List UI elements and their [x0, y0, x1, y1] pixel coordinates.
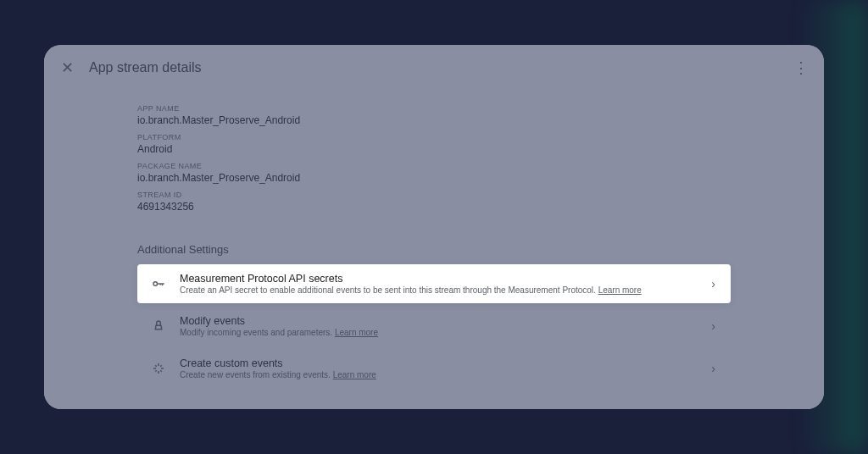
- app-name-value: io.branch.Master_Proserve_Android: [137, 114, 731, 126]
- package-name-label: PACKAGE NAME: [137, 162, 731, 170]
- row-text: Create custom events Create new events f…: [180, 357, 708, 379]
- learn-more-link[interactable]: Learn more: [335, 328, 378, 337]
- row-subtitle: Create an API secret to enable additiona…: [180, 285, 708, 295]
- learn-more-link[interactable]: Learn more: [598, 285, 642, 295]
- row-text: Measurement Protocol API secrets Create …: [180, 273, 708, 295]
- chevron-right-icon: ›: [708, 362, 719, 375]
- close-icon[interactable]: ✕: [61, 58, 74, 77]
- stream-details-card: APP NAME io.branch.Master_Proserve_Andro…: [137, 91, 731, 224]
- stream-id-label: STREAM ID: [137, 191, 731, 199]
- panel-content: APP NAME io.branch.Master_Proserve_Andro…: [44, 91, 824, 388]
- row-subtitle: Modify incoming events and parameters. L…: [180, 328, 708, 337]
- row-create-custom-events[interactable]: Create custom events Create new events f…: [137, 349, 731, 388]
- chevron-right-icon: ›: [708, 319, 719, 333]
- row-text: Modify events Modify incoming events and…: [180, 315, 708, 337]
- more-options-icon[interactable]: ⋮: [793, 58, 809, 77]
- row-subtitle: Create new events from existing events. …: [180, 370, 708, 379]
- row-modify-events[interactable]: Modify events Modify incoming events and…: [137, 307, 731, 346]
- panel-header: ✕ App stream details ⋮: [44, 45, 824, 91]
- row-title: Modify events: [180, 315, 708, 327]
- platform-label: PLATFORM: [137, 133, 731, 141]
- row-title: Measurement Protocol API secrets: [180, 273, 708, 285]
- app-stream-panel: ✕ App stream details ⋮ APP NAME io.branc…: [44, 45, 824, 409]
- sparkle-icon: [149, 361, 168, 376]
- chevron-right-icon: ›: [708, 277, 719, 291]
- platform-value: Android: [137, 143, 731, 155]
- app-name-label: APP NAME: [137, 104, 731, 113]
- key-icon: [149, 276, 168, 291]
- svg-point-0: [153, 282, 158, 286]
- page-title: App stream details: [89, 60, 202, 75]
- row-measurement-protocol[interactable]: Measurement Protocol API secrets Create …: [137, 264, 731, 303]
- additional-settings-title: Additional Settings: [137, 243, 731, 256]
- package-name-value: io.branch.Master_Proserve_Android: [137, 172, 731, 184]
- learn-more-link[interactable]: Learn more: [333, 370, 376, 379]
- row-title: Create custom events: [180, 357, 708, 369]
- stream-id-value: 4691343256: [137, 201, 731, 213]
- touch-icon: [149, 318, 168, 334]
